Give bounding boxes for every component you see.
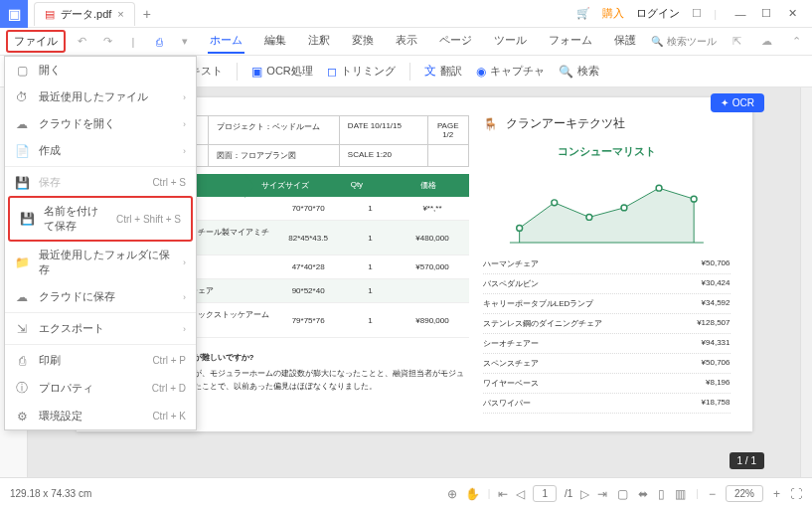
menubar: ファイル ↶ ↷ | ⎙ ▾ ホーム 編集 注釈 変換 表示 ページ ツール フ…	[0, 28, 812, 56]
translate-icon: 文	[424, 63, 436, 80]
ocr-badge[interactable]: ✦OCR	[711, 93, 764, 112]
save-icon: 💾	[15, 176, 29, 190]
vertical-scrollbar[interactable]	[800, 87, 812, 477]
titlebar-right: 🛒 購入 ログイン ☐ | — ☐ ✕	[576, 2, 812, 26]
fit-width-icon[interactable]: ⬌	[638, 487, 648, 501]
trim-button[interactable]: ◻トリミング	[327, 64, 396, 79]
maximize-button[interactable]: ☐	[754, 2, 778, 26]
price-row: ハーマンチェア¥50,706	[483, 254, 731, 274]
tab-tool[interactable]: ツール	[492, 29, 529, 54]
statusbar: 129.18 x 74.33 cm ⊕ ✋ | ⇤ ◁ 1 /1 ▷ ⇥ ▢ ⬌…	[0, 477, 812, 509]
prev-page-icon[interactable]: ◁	[516, 487, 525, 501]
fullscreen-icon[interactable]: ⛶	[790, 487, 802, 501]
document-tab[interactable]: ▤ データ.pdf ×	[34, 2, 135, 26]
search-icon: 🔍	[651, 36, 663, 47]
chevron-right-icon: ›	[183, 257, 186, 267]
tab-convert[interactable]: 変換	[350, 29, 376, 54]
export-icon: ⇲	[15, 322, 29, 336]
first-page-icon[interactable]: ⇤	[498, 487, 508, 501]
tab-edit[interactable]: 編集	[262, 29, 288, 54]
tab-title: データ.pdf	[61, 7, 111, 22]
collapse-icon[interactable]: ⌃	[786, 32, 806, 52]
ocr-button[interactable]: ▣OCR処理	[251, 64, 312, 79]
menu-save-cloud[interactable]: ☁クラウドに保存›	[5, 283, 196, 310]
next-page-icon[interactable]: ▷	[580, 487, 589, 501]
price-row: シーオチェアー¥94,331	[483, 334, 731, 354]
file-dropdown-menu: ▢開く ⏱最近使用したファイル› ☁クラウドを開く› 📄作成› 💾保存Ctrl …	[4, 56, 197, 430]
translate-button[interactable]: 文翻訳	[424, 63, 462, 80]
undo-icon[interactable]: ↶	[72, 32, 91, 52]
cart-icon[interactable]: 🛒	[576, 7, 590, 20]
coords-label: 129.18 x 74.33 cm	[10, 488, 437, 499]
menu-separator	[5, 344, 196, 345]
chevron-down-icon[interactable]: ▾	[175, 32, 195, 52]
menu-print[interactable]: ⎙印刷Ctrl + P	[5, 347, 196, 374]
search-placeholder: 検索ツール	[667, 35, 717, 49]
chair-icon: 🪑	[483, 117, 498, 131]
trim-label: トリミング	[341, 64, 396, 79]
divider: |	[123, 32, 143, 52]
app-logo: ▣	[0, 0, 28, 28]
fit-page-icon[interactable]: ▢	[617, 487, 628, 501]
price-row: ワイヤーベース¥8,196	[483, 374, 731, 394]
menu-open-cloud[interactable]: ☁クラウドを開く›	[5, 110, 196, 137]
menu-create[interactable]: 📄作成›	[5, 137, 196, 164]
consumer-title: コンシューマリスト	[483, 144, 731, 159]
menu-open[interactable]: ▢開く	[5, 57, 196, 84]
th-price: 価格	[388, 174, 469, 197]
close-icon[interactable]: ×	[117, 8, 123, 20]
brand-row: 🪑 クランアーキテクツ社	[483, 115, 731, 132]
notification-icon[interactable]: ☐	[692, 7, 702, 20]
last-page-icon[interactable]: ⇥	[597, 487, 607, 501]
page-total: /1	[565, 488, 572, 499]
two-page-icon[interactable]: ▥	[675, 487, 686, 501]
menu-recent-files[interactable]: ⏱最近使用したファイル›	[5, 84, 196, 110]
minimize-button[interactable]: —	[729, 2, 752, 26]
chevron-right-icon: ›	[183, 146, 186, 156]
page-input[interactable]: 1	[533, 485, 557, 502]
add-tab-button[interactable]: +	[143, 6, 151, 22]
cloud-up-icon: ☁	[15, 290, 29, 304]
zoom-in-icon[interactable]: +	[773, 487, 780, 501]
share-icon[interactable]: ⇱	[727, 32, 746, 52]
ocr-label: OCR処理	[266, 64, 312, 79]
tab-strip: ▤ データ.pdf × +	[28, 2, 576, 26]
file-icon: 📄	[15, 144, 29, 158]
capture-button[interactable]: ◉キャプチャ	[476, 64, 545, 79]
clock-icon: ⏱	[15, 90, 29, 104]
tab-form[interactable]: フォーム	[547, 29, 594, 54]
file-menu-button[interactable]: ファイル	[6, 30, 66, 53]
drag-hand-icon[interactable]: ⊕	[447, 487, 457, 501]
zoom-out-icon[interactable]: −	[709, 487, 716, 501]
menu-save-as[interactable]: 💾名前を付けて保存Ctrl + Shift + S	[8, 196, 193, 242]
tab-protect[interactable]: 保護	[612, 29, 638, 54]
th-size: サイズサイズ	[244, 174, 326, 197]
search-tools[interactable]: 🔍 検索ツール	[651, 35, 717, 49]
zoom-input[interactable]: 22%	[726, 485, 763, 502]
close-window-button[interactable]: ✕	[780, 2, 804, 26]
save-as-icon: 💾	[20, 212, 34, 226]
cloud-icon: ☁	[15, 117, 29, 131]
gear-icon: ⚙	[15, 410, 29, 424]
redo-icon[interactable]: ↷	[97, 32, 117, 52]
svg-point-5	[656, 185, 662, 191]
menu-tabs: ホーム 編集 注釈 変換 表示 ページ ツール フォーム 保護	[199, 29, 647, 54]
ocr-icon: ▣	[251, 65, 262, 79]
menu-env[interactable]: ⚙環境設定Ctrl + K	[5, 403, 196, 429]
single-page-icon[interactable]: ▯	[658, 487, 665, 501]
cloud-icon[interactable]: ☁	[756, 32, 776, 52]
tab-page[interactable]: ページ	[437, 29, 474, 54]
hand-icon[interactable]: ✋	[465, 487, 480, 501]
buy-link[interactable]: 購入	[602, 6, 624, 21]
menu-export[interactable]: ⇲エクスポート›	[5, 315, 196, 342]
search-button[interactable]: 🔍検索	[559, 64, 599, 79]
menu-save-recent-folder[interactable]: 📁最近使用したフォルダに保存›	[5, 242, 196, 283]
menu-property[interactable]: ⓘプロパティCtrl + D	[5, 374, 196, 403]
tab-annotate[interactable]: 注釈	[306, 29, 332, 54]
login-link[interactable]: ログイン	[636, 6, 680, 21]
print-icon[interactable]: ⎙	[149, 32, 169, 52]
tab-view[interactable]: 表示	[394, 29, 419, 54]
ocr-badge-icon: ✦	[721, 97, 729, 108]
tab-home[interactable]: ホーム	[208, 29, 244, 54]
open-icon: ▢	[15, 64, 29, 78]
